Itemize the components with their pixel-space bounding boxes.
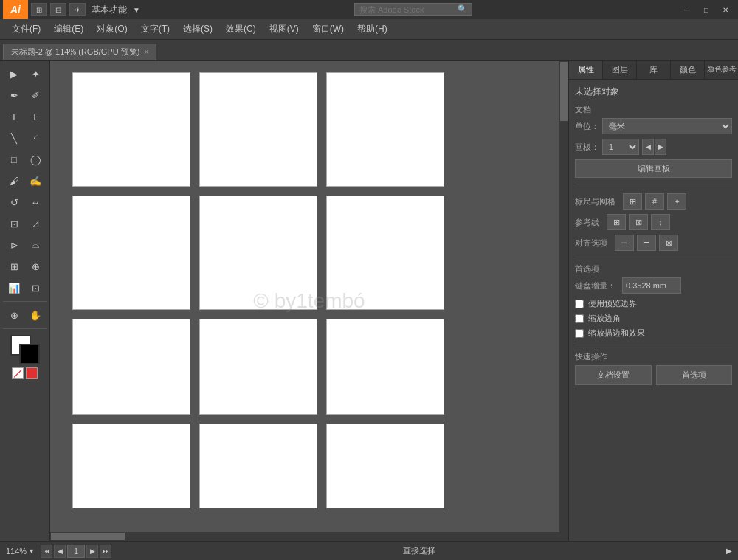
rotate-tool[interactable]: ↺	[4, 192, 24, 212]
artboard-12	[326, 424, 444, 508]
close-button[interactable]: ✕	[716, 0, 735, 19]
menu-type[interactable]: 文字(T)	[135, 20, 176, 38]
scrollbar-thumb-h[interactable]	[51, 533, 125, 540]
artboard-prev-btn[interactable]: ◀	[642, 139, 654, 155]
align-icon-2[interactable]: ⊢	[637, 235, 656, 251]
ellipse-tool[interactable]: ◯	[25, 149, 46, 170]
icon-bar3[interactable]: ✈	[69, 3, 86, 16]
ruler-grid-label: 标尺与网格	[575, 196, 615, 207]
select-tool[interactable]: ▶	[4, 63, 24, 84]
tab-properties[interactable]: 属性	[569, 61, 603, 79]
tab-layers[interactable]: 图层	[603, 61, 637, 79]
search-input[interactable]	[354, 3, 472, 16]
shear-tool[interactable]: ⊿	[25, 213, 46, 234]
dropdown-icon[interactable]: ▼	[133, 6, 140, 14]
guide-icon-2[interactable]: ⊠	[629, 214, 648, 230]
menu-edit[interactable]: 编辑(E)	[48, 20, 89, 38]
type-tool[interactable]: T	[4, 106, 24, 127]
scale-effects-label: 缩放描边和效果	[588, 328, 645, 339]
edit-artboard-button[interactable]: 编辑画板	[575, 159, 732, 178]
ruler-icon-3[interactable]: ✦	[667, 193, 686, 210]
align-icon-3[interactable]: ⊠	[659, 235, 678, 251]
tab-color-guide[interactable]: 颜色参考	[705, 61, 738, 79]
tool-separator-1	[3, 301, 47, 302]
arc-tool[interactable]: ◜	[25, 128, 46, 148]
width-tool[interactable]: ⊳	[4, 235, 24, 255]
free-transform-tool[interactable]: ⊞	[4, 256, 24, 277]
menu-help[interactable]: 帮助(H)	[351, 20, 393, 38]
minimize-button[interactable]: ─	[677, 0, 697, 19]
first-page-button[interactable]: ⏮	[41, 545, 52, 558]
background-color[interactable]	[19, 344, 40, 364]
preferences-button[interactable]: 首选项	[656, 365, 733, 385]
no-color-swatch[interactable]	[12, 367, 24, 379]
guide-icon-row: ⊞ ⊠ ↕	[607, 214, 670, 230]
line-tool[interactable]: ╲	[4, 128, 24, 148]
last-page-button[interactable]: ⏭	[100, 545, 111, 558]
scrollbar-thumb-v[interactable]	[560, 62, 568, 121]
artboard-tool[interactable]: ⊡	[25, 277, 46, 298]
guide-icon-3[interactable]: ↕	[651, 214, 670, 230]
icon-bar1[interactable]: ⊞	[31, 3, 47, 16]
prev-page-button[interactable]: ◀	[54, 545, 66, 558]
scale-effects-checkbox[interactable]	[575, 329, 584, 338]
direct-select-tool[interactable]: ✦	[25, 63, 46, 84]
chart-tool[interactable]: 📊	[4, 277, 24, 298]
keyboard-input[interactable]	[622, 277, 681, 294]
tab-color[interactable]: 颜色	[671, 61, 705, 79]
ruler-icon-1[interactable]: ⊞	[623, 193, 642, 210]
tool-row-8: ⊡ ⊿	[4, 213, 46, 234]
add-anchor-tool[interactable]: ✐	[25, 85, 46, 106]
blob-brush-tool[interactable]: ✍	[25, 170, 46, 191]
menu-window[interactable]: 窗口(W)	[306, 20, 350, 38]
guide-icon-1[interactable]: ⊞	[607, 214, 626, 230]
doc-settings-button[interactable]: 文档设置	[575, 365, 652, 385]
scale-corners-checkbox[interactable]	[575, 314, 584, 323]
doc-section-label: 文档	[575, 104, 732, 115]
title-icon-group: ⊞ ⊟ ✈	[31, 3, 86, 16]
warp-tool[interactable]: ⌓	[25, 235, 46, 255]
tab-close-button[interactable]: ×	[144, 48, 148, 56]
search-icon: 🔍	[458, 4, 468, 14]
next-page-button[interactable]: ▶	[86, 545, 98, 558]
document-tab[interactable]: 未标题-2 @ 114% (RGB/GPU 预览) ×	[3, 44, 156, 60]
reflect-tool[interactable]: ↔	[25, 192, 46, 212]
hand-tool[interactable]: ✋	[25, 305, 46, 325]
app-logo: Ai	[3, 0, 28, 19]
preview-bounds-row: 使用预览边界	[575, 298, 732, 309]
preview-bounds-checkbox[interactable]	[575, 300, 584, 308]
artboard-select[interactable]: 1 2	[602, 139, 639, 155]
unit-select[interactable]: 毫米 像素 点 英寸	[602, 118, 732, 134]
maximize-button[interactable]: □	[697, 0, 716, 19]
panel-content: 未选择对象 文档 单位： 毫米 像素 点 英寸 画板： 1 2 ◀	[569, 80, 738, 541]
artboard-3	[326, 72, 444, 187]
zoom-dropdown-icon[interactable]: ▼	[28, 547, 35, 555]
artboard-next-btn[interactable]: ▶	[655, 139, 666, 155]
rect-tool[interactable]: □	[4, 149, 24, 170]
scale-tool[interactable]: ⊡	[4, 213, 24, 234]
page-number-input[interactable]	[67, 545, 85, 558]
panel-tabs: 属性 图层 库 颜色 颜色参考	[569, 61, 738, 80]
ruler-icon-2[interactable]: #	[645, 193, 664, 210]
artboard-9	[326, 319, 444, 415]
align-icon-1[interactable]: ⊣	[615, 235, 634, 251]
horizontal-scrollbar[interactable]	[50, 532, 559, 541]
shape-builder-tool[interactable]: ⊕	[25, 256, 46, 277]
tab-library[interactable]: 库	[637, 61, 671, 79]
tool-row-5: □ ◯	[4, 149, 46, 170]
paintbrush-tool[interactable]: 🖌	[4, 170, 24, 191]
canvas-scroll[interactable]: © by1tembó	[50, 61, 568, 541]
menu-view[interactable]: 视图(V)	[263, 20, 305, 38]
zoom-tool[interactable]: ⊕	[4, 305, 24, 325]
vertical-scrollbar[interactable]	[559, 61, 568, 541]
keyboard-row: 键盘增量：	[575, 277, 732, 294]
icon-bar2[interactable]: ⊟	[50, 3, 66, 16]
pen-tool[interactable]: ✒	[4, 85, 24, 106]
menu-object[interactable]: 对象(O)	[91, 20, 133, 38]
status-right-arrow[interactable]: ▶	[726, 547, 732, 555]
menu-effect[interactable]: 效果(C)	[220, 20, 262, 38]
touch-type-tool[interactable]: T.	[25, 106, 46, 127]
red-color-swatch[interactable]	[26, 367, 38, 379]
menu-select[interactable]: 选择(S)	[177, 20, 218, 38]
menu-file[interactable]: 文件(F)	[6, 20, 46, 38]
